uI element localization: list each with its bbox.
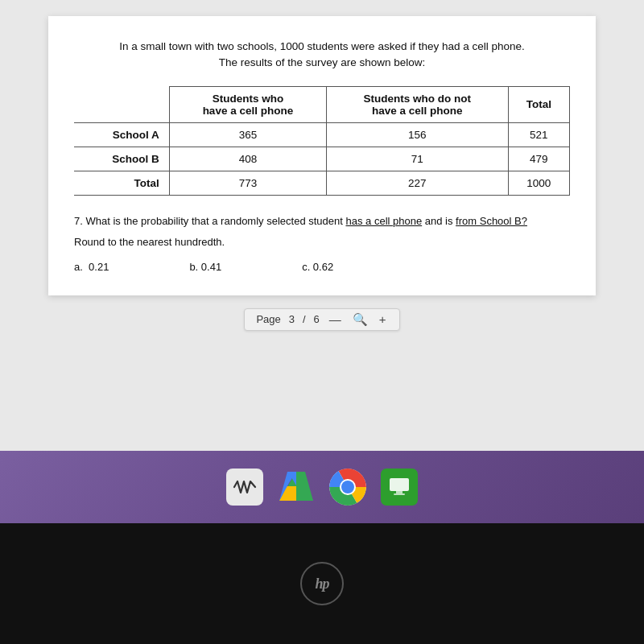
- taskbar: [0, 451, 644, 523]
- option-a: a. 0.21: [74, 259, 109, 276]
- underline-cell-phone: has a cell phone: [345, 215, 422, 227]
- page-separator: /: [303, 313, 306, 325]
- bottom-bar: hp: [0, 523, 644, 644]
- cell-schoolb-col2: 71: [326, 147, 508, 171]
- cell-schoolb-col1: 408: [169, 147, 326, 171]
- data-table: Students whohave a cell phone Students w…: [74, 86, 570, 196]
- screen-svg: [387, 475, 411, 499]
- zoom-in-button[interactable]: +: [378, 312, 388, 326]
- screen-area: In a small town with two schools, 1000 s…: [0, 0, 644, 451]
- svg-rect-11: [394, 493, 405, 495]
- squiggle-svg: [233, 475, 257, 499]
- row-label-schoola: School A: [74, 122, 169, 147]
- question-body: What is the probability that a randomly …: [85, 215, 527, 227]
- intro-line2: The results of the survey are shown belo…: [219, 56, 426, 68]
- page-current: 3: [289, 313, 295, 325]
- answer-options: a. 0.21 b. 0.41 c. 0.62: [74, 259, 570, 276]
- screen-app-icon[interactable]: [381, 469, 418, 506]
- table-row: Total 773 227 1000: [74, 171, 570, 195]
- page-label: Page: [256, 313, 280, 325]
- svg-marker-4: [296, 472, 313, 501]
- row-label-total: Total: [74, 171, 169, 195]
- page-total: 6: [314, 313, 320, 325]
- table-header-col2: Students who do nothave a cell phone: [326, 86, 508, 122]
- google-drive-svg: [278, 469, 315, 506]
- squiggle-app-icon[interactable]: [226, 469, 263, 506]
- chrome-svg: [329, 469, 366, 506]
- question-section: 7. What is the probability that a random…: [74, 213, 570, 276]
- cell-total-total: 1000: [508, 171, 569, 195]
- document-paper: In a small town with two schools, 1000 s…: [48, 16, 596, 295]
- cell-total-col1: 773: [169, 171, 326, 195]
- row-label-schoolb: School B: [74, 147, 169, 171]
- underline-school-b: from School B?: [456, 215, 527, 227]
- chrome-icon[interactable]: [329, 469, 366, 506]
- cell-schoola-total: 521: [508, 122, 569, 147]
- question-number: 7.: [74, 215, 85, 227]
- question-text: 7. What is the probability that a random…: [74, 213, 570, 230]
- svg-rect-10: [396, 491, 402, 493]
- zoom-icon-button[interactable]: 🔍: [351, 312, 369, 327]
- table-corner: [74, 86, 169, 122]
- intro-text: In a small town with two schools, 1000 s…: [74, 39, 570, 72]
- table-header-col1: Students whohave a cell phone: [169, 86, 326, 122]
- table-row: School B 408 71 479: [74, 147, 570, 171]
- cell-schoola-col2: 156: [326, 122, 508, 147]
- google-drive-icon[interactable]: [278, 469, 315, 506]
- zoom-out-button[interactable]: —: [328, 312, 343, 326]
- cell-total-col2: 227: [326, 171, 508, 195]
- option-b: b. 0.41: [189, 259, 221, 276]
- round-text: Round to the nearest hundredth.: [74, 234, 570, 251]
- page-bar: Page 3 / 6 — 🔍 +: [244, 308, 399, 331]
- option-c: c. 0.62: [302, 259, 333, 276]
- page-bar-inner: Page 3 / 6 — 🔍 +: [244, 308, 399, 331]
- table-header-col3: Total: [508, 86, 569, 122]
- cell-schoolb-total: 479: [508, 147, 569, 171]
- svg-point-8: [341, 481, 354, 493]
- cell-schoola-col1: 365: [169, 122, 326, 147]
- svg-rect-9: [390, 478, 409, 491]
- table-row: School A 365 156 521: [74, 122, 570, 147]
- intro-line1: In a small town with two schools, 1000 s…: [119, 40, 525, 52]
- hp-logo: hp: [300, 562, 344, 605]
